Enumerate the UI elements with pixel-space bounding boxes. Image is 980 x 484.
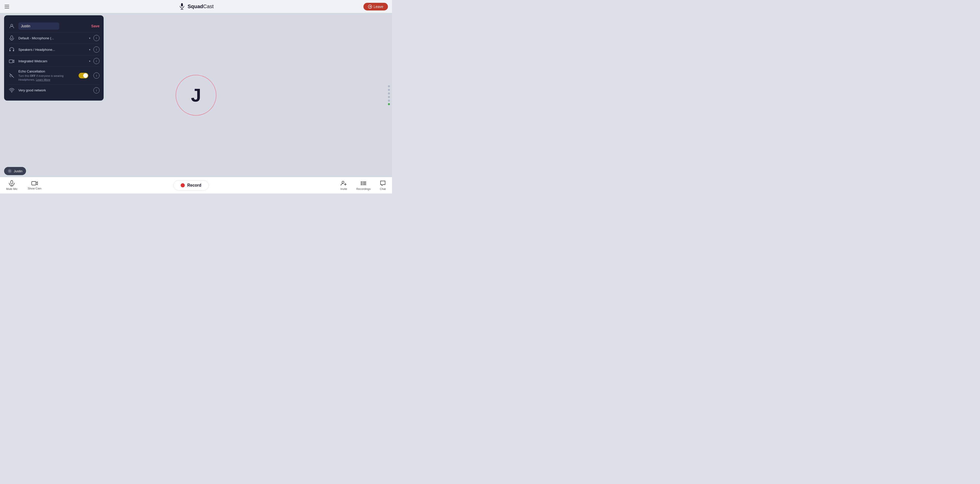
record-label: Record	[187, 183, 201, 188]
settings-microphone-row: Default - Microphone (... ▾ i	[8, 32, 100, 44]
mute-mic-button[interactable]: Mute Mic	[6, 180, 18, 190]
avatar-letter: J	[191, 86, 201, 104]
microphone-label: Default - Microphone (...	[18, 36, 88, 40]
svg-point-12	[9, 170, 11, 172]
speakers-info-button[interactable]: i	[94, 46, 100, 53]
svg-rect-0	[181, 3, 183, 6]
microphone-icon	[8, 35, 15, 41]
show-cam-icon	[32, 181, 38, 186]
sidebar-dot-5	[388, 100, 390, 102]
svg-rect-5	[11, 36, 13, 39]
sidebar-dot-2	[388, 89, 390, 91]
webcam-chevron-icon: ▾	[89, 60, 90, 62]
user-badge[interactable]: Justin	[4, 167, 26, 175]
echo-content: Echo Cancellation Turn this OFF if every…	[18, 69, 76, 82]
logo-text: SquadCast	[188, 3, 213, 10]
leave-button[interactable]: Leave	[363, 3, 388, 11]
settings-gear-icon	[8, 169, 12, 173]
settings-network-row: Very good network i	[8, 85, 100, 96]
echo-description: Turn this OFF if everyone is wearing Hea…	[18, 74, 76, 82]
record-button[interactable]: Record	[173, 180, 209, 190]
mute-mic-label: Mute Mic	[6, 187, 18, 190]
invite-button[interactable]: Invite	[340, 180, 347, 190]
microphone-select[interactable]: Default - Microphone (... ▾	[18, 36, 90, 40]
webcam-select[interactable]: Integrated Webcam ▾	[18, 59, 90, 63]
svg-rect-9	[9, 60, 13, 63]
settings-panel: Save Default - Microphone (... ▾ i	[4, 15, 103, 100]
bottom-left-actions: Mute Mic Show Cam	[6, 180, 41, 190]
svg-rect-16	[32, 182, 36, 185]
network-info-button[interactable]: i	[94, 87, 100, 94]
show-cam-label: Show Cam	[28, 187, 41, 190]
microphone-chevron-icon: ▾	[89, 37, 90, 40]
svg-point-17	[342, 181, 344, 183]
user-icon	[8, 24, 15, 29]
sidebar-dots	[388, 85, 390, 105]
name-input[interactable]	[18, 22, 59, 30]
settings-webcam-row: Integrated Webcam ▾ i	[8, 56, 100, 67]
echo-toggle-container	[79, 73, 88, 78]
recordings-icon	[360, 180, 366, 186]
microphone-info-button[interactable]: i	[94, 35, 100, 41]
svg-point-11	[11, 92, 12, 93]
user-avatar: J	[176, 75, 216, 116]
recordings-label: Recordings	[356, 187, 371, 190]
echo-icon	[8, 73, 15, 78]
chat-button[interactable]: Chat	[380, 180, 386, 190]
leave-icon	[368, 5, 372, 9]
bottom-bar: Mute Mic Show Cam Record Invite	[0, 177, 392, 194]
invite-icon	[341, 180, 347, 186]
headphones-icon	[8, 47, 15, 52]
header: SquadCast Leave	[0, 0, 392, 13]
echo-info-button[interactable]: i	[94, 73, 100, 79]
svg-rect-8	[13, 50, 14, 51]
chat-label: Chat	[380, 187, 386, 190]
toggle-knob	[83, 73, 88, 78]
svg-rect-13	[11, 180, 13, 184]
learn-more-link[interactable]: Learn More	[36, 78, 50, 81]
settings-speakers-row: Speakers / Headphone... ▾ i	[8, 44, 100, 56]
network-status: Very good network	[18, 88, 90, 92]
svg-rect-7	[10, 50, 11, 51]
echo-toggle[interactable]	[79, 73, 88, 78]
mute-mic-icon	[9, 180, 14, 186]
settings-echo-row: Echo Cancellation Turn this OFF if every…	[8, 67, 100, 85]
sidebar-dot-6	[388, 103, 390, 105]
chat-icon	[380, 180, 386, 186]
menu-button[interactable]	[5, 5, 9, 8]
logo-icon	[178, 3, 186, 10]
user-badge-name: Justin	[14, 169, 22, 173]
name-content: Save	[18, 22, 100, 30]
speakers-chevron-icon: ▾	[89, 48, 90, 51]
logo: SquadCast	[178, 3, 213, 10]
show-cam-button[interactable]: Show Cam	[28, 181, 41, 190]
sidebar-dot-4	[388, 96, 390, 98]
webcam-info-button[interactable]: i	[94, 58, 100, 64]
sidebar-dot-1	[388, 85, 390, 87]
camera-icon	[8, 59, 15, 63]
echo-title: Echo Cancellation	[18, 69, 76, 73]
wifi-icon	[8, 88, 15, 93]
svg-point-4	[11, 24, 13, 26]
recordings-button[interactable]: Recordings	[356, 180, 371, 190]
invite-label: Invite	[340, 187, 347, 190]
speakers-select[interactable]: Speakers / Headphone... ▾	[18, 48, 90, 52]
bottom-right-actions: Invite Recordings Chat	[340, 180, 386, 190]
save-button[interactable]: Save	[91, 24, 100, 28]
speakers-label: Speakers / Headphone...	[18, 48, 88, 52]
settings-name-row: Save	[8, 20, 100, 32]
sidebar-dot-3	[388, 92, 390, 94]
record-dot-icon	[181, 183, 185, 187]
webcam-label: Integrated Webcam	[18, 59, 88, 63]
